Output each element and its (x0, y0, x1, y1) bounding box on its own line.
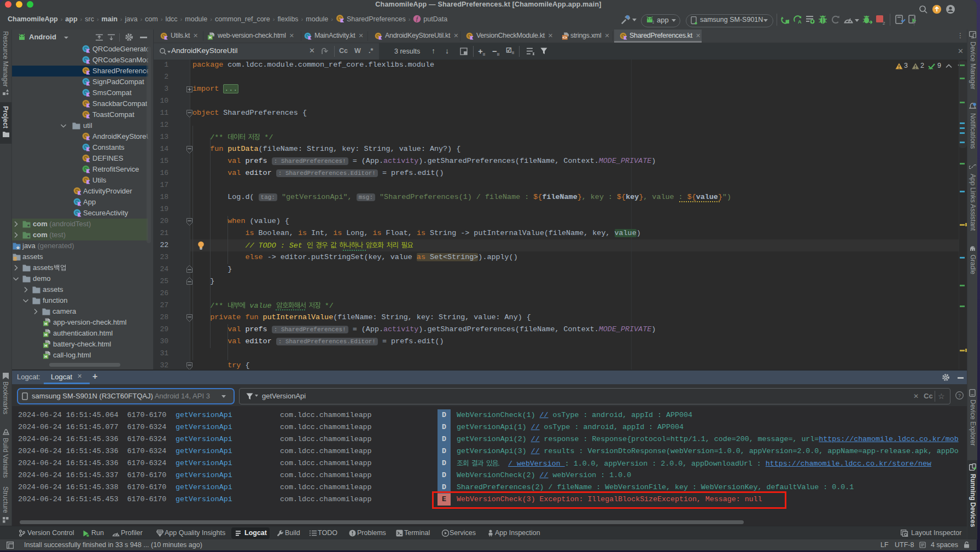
svg-text:H: H (44, 355, 47, 359)
svg-text:<>: <> (563, 36, 567, 40)
svg-text:H: H (44, 344, 47, 348)
svg-text:A: A (798, 19, 802, 25)
svg-text:?: ? (958, 393, 961, 398)
svg-text:H: H (44, 322, 47, 326)
svg-text:H: H (44, 333, 47, 337)
svg-text:H: H (209, 36, 212, 39)
svg-text:2: 2 (883, 21, 885, 25)
svg-text:2: 2 (652, 20, 654, 24)
